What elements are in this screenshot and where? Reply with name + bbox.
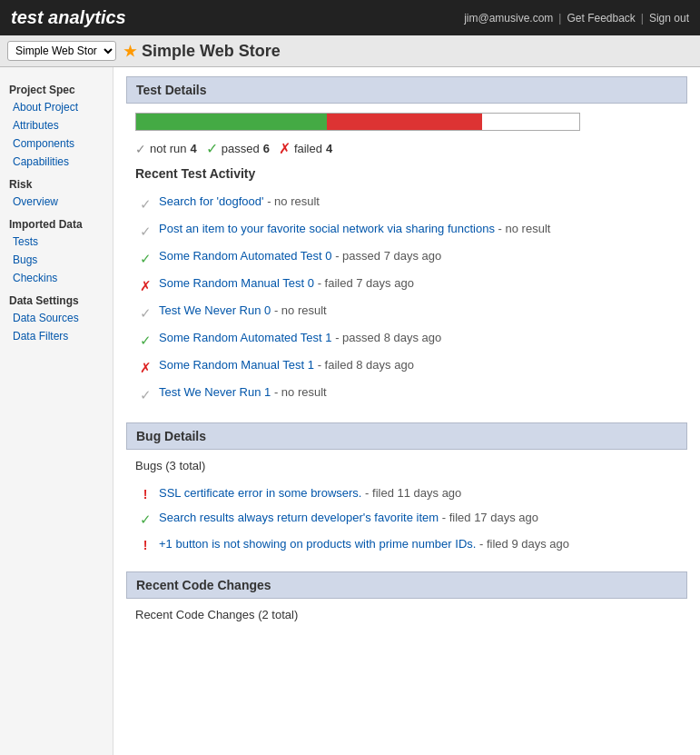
sidebar: Project Spec About Project Attributes Co… xyxy=(0,67,113,755)
project-select[interactable]: Simple Web Stor xyxy=(7,41,116,61)
sidebar-section-project-spec: Project Spec xyxy=(0,76,113,98)
activity-notrun-icon: ✓ xyxy=(137,222,153,241)
header: test analytics jim@amusive.com | Get Fee… xyxy=(0,0,700,35)
bug-link[interactable]: Search results always return developer's… xyxy=(159,511,439,524)
logo-text: test analytics xyxy=(11,7,126,27)
recent-activity-title: Recent Test Activity xyxy=(135,166,678,181)
activity-status: - passed 8 days ago xyxy=(332,331,442,344)
bug-meta: - filed 17 days ago xyxy=(439,511,538,524)
signout-link[interactable]: Sign out xyxy=(649,12,689,25)
activity-content: Some Random Automated Test 1 - passed 8 … xyxy=(159,330,441,346)
bug-content: +1 button is not showing on products wit… xyxy=(159,537,569,551)
failed-icon: ✗ xyxy=(279,140,291,157)
star-icon: ★ xyxy=(123,43,136,60)
activity-link[interactable]: Some Random Manual Test 0 xyxy=(159,276,314,290)
activity-link[interactable]: Search for 'dogfood' xyxy=(159,194,264,208)
pipe-1: | xyxy=(558,12,561,25)
activity-item: ✓Some Random Automated Test 0 - passed 7… xyxy=(132,244,682,272)
activity-link[interactable]: Test We Never Run 1 xyxy=(159,385,271,399)
sidebar-item-checkins[interactable]: Checkins xyxy=(0,269,113,287)
activity-link[interactable]: Post an item to your favorite social net… xyxy=(159,222,495,235)
not-run-icon: ✓ xyxy=(135,142,146,156)
sidebar-item-tests[interactable]: Tests xyxy=(0,233,113,251)
code-changes-section: Recent Code Changes Recent Code Changes … xyxy=(126,571,687,621)
layout: Project Spec About Project Attributes Co… xyxy=(0,67,700,755)
activity-status: - no result xyxy=(271,303,326,317)
code-changes-header: Recent Code Changes xyxy=(126,571,687,599)
failed-label: failed xyxy=(294,142,322,155)
sidebar-section-risk: Risk xyxy=(0,171,113,193)
sidebar-section-imported-data: Imported Data xyxy=(0,211,113,233)
bug-meta: - filed 9 days ago xyxy=(476,537,569,551)
user-email: jim@amusive.com xyxy=(464,12,553,25)
activity-notrun-icon: ✓ xyxy=(137,194,153,214)
tabbar: Simple Web Stor ★ Simple Web Store xyxy=(0,35,700,67)
tab-title: ★ Simple Web Store xyxy=(123,42,281,61)
activity-item: ✓Search for 'dogfood' - no result xyxy=(132,190,682,217)
bug-item: ✓Search results always return developer'… xyxy=(132,506,682,532)
progress-bar xyxy=(135,113,580,131)
bug-link[interactable]: SSL certificate error in some browsers. xyxy=(159,486,361,500)
status-passed: ✓ passed 6 xyxy=(206,140,270,157)
progress-container xyxy=(135,113,678,131)
bug-high-icon: ! xyxy=(137,487,153,502)
bug-low-icon: ✓ xyxy=(137,512,153,528)
logo: test analytics xyxy=(11,7,126,28)
sidebar-item-attributes[interactable]: Attributes xyxy=(0,116,113,134)
bug-content: Search results always return developer's… xyxy=(159,511,538,524)
status-line: ✓ not run 4 ✓ passed 6 ✗ failed 4 xyxy=(135,140,678,157)
activity-content: Post an item to your favorite social net… xyxy=(159,221,550,237)
sidebar-item-overview[interactable]: Overview xyxy=(0,193,113,211)
feedback-link[interactable]: Get Feedback xyxy=(567,12,635,25)
activity-notrun-icon: ✓ xyxy=(137,385,153,404)
bug-meta: - filed 11 days ago xyxy=(361,486,461,500)
sidebar-item-bugs[interactable]: Bugs xyxy=(0,251,113,269)
activity-link[interactable]: Some Random Automated Test 1 xyxy=(159,331,332,344)
page-title: Simple Web Store xyxy=(142,42,281,61)
sidebar-item-data-filters[interactable]: Data Filters xyxy=(0,327,113,345)
passed-icon: ✓ xyxy=(206,140,218,157)
activity-status: - no result xyxy=(495,222,550,235)
not-run-label: not run xyxy=(150,142,186,155)
bugs-count: Bugs (3 total) xyxy=(135,459,678,472)
activity-link[interactable]: Some Random Manual Test 1 xyxy=(159,358,314,372)
activity-fail-icon: ✗ xyxy=(137,276,153,295)
bug-item: !+1 button is not showing on products wi… xyxy=(132,532,682,557)
activity-item: ✓Test We Never Run 0 - no result xyxy=(132,299,682,326)
bug-list: !SSL certificate error in some browsers.… xyxy=(132,482,682,557)
activity-fail-icon: ✗ xyxy=(137,358,153,377)
bug-link[interactable]: +1 button is not showing on products wit… xyxy=(159,537,476,551)
bug-details-section: Bug Details Bugs (3 total) !SSL certific… xyxy=(126,422,687,557)
activity-link[interactable]: Some Random Automated Test 0 xyxy=(159,249,332,263)
main: Test Details ✓ not run 4 ✓ passed 6 xyxy=(113,67,700,755)
activity-link[interactable]: Test We Never Run 0 xyxy=(159,303,271,317)
test-details-header: Test Details xyxy=(126,76,687,104)
bug-high-icon: ! xyxy=(137,538,153,552)
activity-pass-icon: ✓ xyxy=(137,331,153,350)
activity-item: ✓Some Random Automated Test 1 - passed 8… xyxy=(132,326,682,353)
sidebar-item-data-sources[interactable]: Data Sources xyxy=(0,309,113,327)
activity-status: - no result xyxy=(271,385,326,399)
activity-pass-icon: ✓ xyxy=(137,249,153,268)
activity-status: - no result xyxy=(264,194,320,208)
activity-content: Search for 'dogfood' - no result xyxy=(159,194,320,210)
passed-label: passed xyxy=(222,142,260,155)
progress-green xyxy=(136,114,327,130)
activity-status: - failed 8 days ago xyxy=(314,358,414,372)
code-changes-count: Recent Code Changes (2 total) xyxy=(135,608,678,621)
bug-content: SSL certificate error in some browsers. … xyxy=(159,486,461,500)
activity-content: Some Random Manual Test 1 - failed 8 day… xyxy=(159,357,414,373)
activity-item: ✓Test We Never Run 1 - no result xyxy=(132,381,682,408)
progress-red xyxy=(327,114,482,130)
header-right: jim@amusive.com | Get Feedback | Sign ou… xyxy=(464,12,689,25)
not-run-count: 4 xyxy=(190,142,196,155)
sidebar-item-components[interactable]: Components xyxy=(0,134,113,153)
activity-status: - passed 7 days ago xyxy=(332,249,442,263)
test-details-section: Test Details ✓ not run 4 ✓ passed 6 xyxy=(126,76,687,408)
activity-item: ✓Post an item to your favorite social ne… xyxy=(132,217,682,244)
sidebar-item-capabilities[interactable]: Capabilities xyxy=(0,153,113,171)
sidebar-item-about-project[interactable]: About Project xyxy=(0,98,113,116)
passed-count: 6 xyxy=(263,142,270,155)
activity-notrun-icon: ✓ xyxy=(137,303,153,323)
status-not-run: ✓ not run 4 xyxy=(135,142,197,156)
